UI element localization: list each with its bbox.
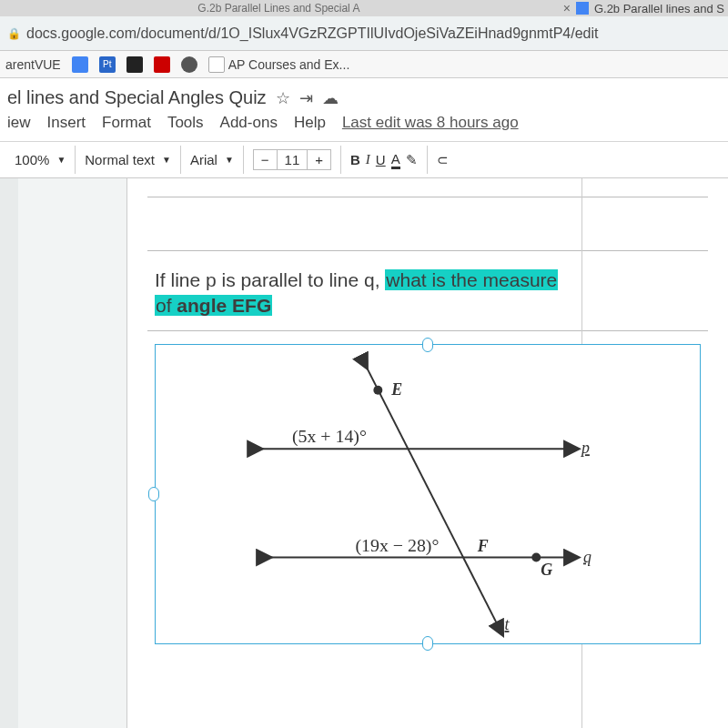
tab-2[interactable]: G.2b Parallel lines and S (576, 2, 728, 15)
menu-help[interactable]: Help (294, 114, 326, 132)
star-icon[interactable]: ☆ (276, 88, 290, 108)
fs-value[interactable]: 11 (277, 150, 308, 169)
doc-page[interactable]: If line p is parallel to line q, what is… (127, 178, 728, 728)
svg-text:F: F (477, 536, 489, 554)
bookmark-ap[interactable]: AP Courses and Ex... (208, 56, 350, 73)
resize-handle-left[interactable] (148, 487, 159, 501)
svg-text:(5x + 14)°: (5x + 14)° (292, 426, 367, 447)
diagram-svg: p q t E G F (5x + 14)° (19x − 28)° (156, 345, 700, 643)
chevron-down-icon: ▼ (225, 155, 234, 165)
svg-point-8 (531, 552, 541, 561)
question-cell[interactable]: If line p is parallel to line q, what is… (147, 251, 708, 331)
underline-button[interactable]: U (376, 152, 386, 167)
left-margin (18, 178, 127, 728)
menu-format[interactable]: Format (102, 114, 151, 132)
zoom-value: 100% (15, 152, 49, 167)
fs-plus[interactable]: + (308, 150, 330, 169)
svg-text:p: p (580, 439, 590, 457)
chevron-down-icon: ▼ (56, 155, 66, 165)
doc-title[interactable]: el lines and Special Angles Quiz (7, 87, 267, 108)
fs-minus[interactable]: − (254, 150, 277, 169)
highlight-button[interactable]: ✎ (406, 152, 418, 168)
menu-bar: iew Insert Format Tools Add-ons Help Las… (0, 112, 728, 142)
svg-line-4 (364, 363, 500, 630)
svg-point-6 (373, 385, 382, 394)
doc-title-row: el lines and Special Angles Quiz ☆ ⇥ ☁ (0, 78, 728, 112)
shield-icon (208, 56, 225, 73)
highlight-span-1: what is the measure (385, 269, 558, 290)
table-cell-top[interactable] (147, 197, 708, 251)
zoom-group[interactable]: 100% ▼ (5, 146, 75, 174)
chevron-down-icon: ▼ (162, 155, 171, 165)
link-group[interactable]: ⊂ (427, 146, 458, 174)
cloud-icon[interactable]: ☁ (322, 88, 339, 108)
italic-button[interactable]: I (366, 152, 370, 167)
menu-tools[interactable]: Tools (167, 114, 204, 132)
format-group: B I U A ✎ (340, 146, 427, 174)
bookmark-icon-5[interactable] (181, 56, 197, 73)
bookmarks-bar: arentVUE Pt AP Courses and Ex... (0, 51, 728, 78)
bookmark-icon-1[interactable] (72, 56, 88, 73)
menu-insert[interactable]: Insert (47, 114, 86, 132)
browser-tabs: G.2b Parallel Lines and Special A × G.2b… (0, 0, 728, 16)
resize-handle-bottom[interactable] (422, 636, 433, 651)
lock-icon: 🔒 (7, 27, 21, 40)
fontsize-group: − 11 + (243, 146, 340, 174)
docs-icon (576, 2, 589, 15)
menu-view[interactable]: iew (7, 114, 31, 132)
bookmark-icon-3[interactable] (126, 56, 143, 73)
question-text: If line p is parallel to line q, (155, 269, 385, 290)
bookmark-label: AP Courses and Ex... (228, 57, 350, 72)
svg-text:t: t (504, 615, 510, 633)
last-edit[interactable]: Last edit was 8 hours ago (342, 114, 519, 132)
move-icon[interactable]: ⇥ (299, 88, 313, 108)
highlight-span-2: of angle EFG (155, 295, 272, 316)
font-value: Arial (190, 152, 217, 167)
style-group[interactable]: Normal text ▼ (75, 146, 180, 174)
bookmark-label: arentVUE (5, 57, 61, 72)
link-icon: ⊂ (437, 152, 449, 168)
bookmark-parentvue[interactable]: arentVUE (5, 57, 61, 72)
menu-addons[interactable]: Add-ons (220, 114, 278, 132)
svg-text:E: E (390, 379, 402, 398)
doc-body: If line p is parallel to line q, what is… (0, 178, 728, 728)
bookmark-pt[interactable]: Pt (99, 56, 116, 73)
tab-2-title: G.2b Parallel lines and S (594, 2, 724, 15)
bold-button[interactable]: B (350, 152, 360, 167)
geometry-diagram[interactable]: p q t E G F (5x + 14)° (19x − 28)° (155, 344, 701, 644)
url-text: docs.google.com/document/d/1O_ISlux4VGzR… (26, 25, 598, 42)
address-bar[interactable]: 🔒 docs.google.com/document/d/1O_ISlux4VG… (0, 16, 728, 51)
docs-app: el lines and Special Angles Quiz ☆ ⇥ ☁ i… (0, 78, 728, 728)
close-tab-icon[interactable]: × (563, 1, 571, 15)
tab-1-title[interactable]: G.2b Parallel Lines and Special A (0, 2, 558, 15)
textcolor-button[interactable]: A (391, 151, 400, 169)
style-value: Normal text (85, 152, 155, 167)
toolbar: 100% ▼ Normal text ▼ Arial ▼ − 11 + B I … (0, 142, 728, 178)
svg-text:G: G (541, 561, 552, 579)
svg-text:q: q (583, 547, 592, 565)
svg-text:(19x − 28)°: (19x − 28)° (355, 534, 439, 555)
bookmark-icon-youtube[interactable] (154, 56, 170, 73)
font-group[interactable]: Arial ▼ (180, 146, 243, 174)
resize-handle-top[interactable] (422, 338, 433, 352)
gutter (0, 178, 18, 728)
